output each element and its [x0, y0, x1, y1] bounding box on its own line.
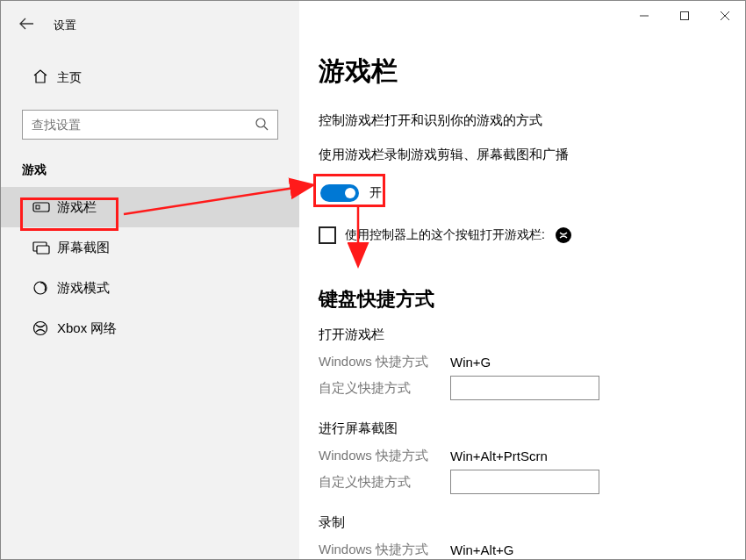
sidebar-item-xbox[interactable]: Xbox 网络: [1, 308, 299, 348]
home-label: 主页: [57, 70, 82, 86]
shortcut-win-label: Windows 快捷方式: [319, 448, 450, 464]
shortcut-custom-input[interactable]: [450, 376, 599, 400]
svg-point-7: [34, 322, 47, 335]
gamebar-icon: [32, 200, 57, 214]
sidebar-item-label: 游戏模式: [57, 280, 110, 297]
shortcut-win-label: Windows 快捷方式: [319, 354, 450, 370]
xbox-icon: [32, 320, 57, 336]
sidebar-item-gamemode[interactable]: 游戏模式: [1, 268, 299, 308]
svg-line-1: [264, 126, 268, 130]
search-icon: [246, 117, 277, 133]
sidebar-item-gamebar[interactable]: 游戏栏: [1, 187, 299, 227]
shortcut-custom-input[interactable]: [450, 470, 599, 494]
search-box[interactable]: [22, 110, 278, 140]
shortcut-custom-label: 自定义快捷方式: [319, 380, 450, 397]
svg-rect-3: [36, 205, 39, 209]
page-title: 游戏栏: [319, 54, 745, 90]
sidebar-item-label: 游戏栏: [57, 199, 97, 216]
svg-rect-9: [681, 12, 689, 20]
xbox-button-icon: [556, 227, 571, 243]
shortcut-win-value: Win+Alt+PrtScrn: [450, 449, 548, 463]
section-label: 游戏: [1, 148, 299, 187]
home-link[interactable]: 主页: [1, 59, 299, 97]
gamebar-toggle[interactable]: [320, 184, 359, 202]
minimize-button[interactable]: [624, 1, 664, 31]
maximize-button[interactable]: [664, 1, 705, 31]
toggle-label: 开: [369, 185, 382, 201]
window-controls: [624, 1, 745, 31]
search-input[interactable]: [23, 118, 246, 132]
sidebar-item-label: 屏幕截图: [57, 240, 110, 256]
shortcut-heading: 键盘快捷方式: [319, 286, 745, 312]
shortcut-win-value: Win+Alt+G: [450, 542, 514, 557]
shortcut-title: 进行屏幕截图: [319, 420, 745, 437]
svg-rect-5: [37, 246, 49, 254]
shortcut-title: 打开游戏栏: [319, 327, 745, 343]
shortcut-win-value: Win+G: [450, 355, 491, 370]
toggle-description: 使用游戏栏录制游戏剪辑、屏幕截图和广播: [319, 147, 745, 163]
sidebar-item-capture[interactable]: 屏幕截图: [1, 227, 299, 268]
capture-icon: [32, 241, 57, 255]
svg-point-0: [256, 118, 265, 127]
close-button[interactable]: [705, 1, 745, 31]
app-title: 设置: [54, 18, 76, 33]
shortcut-title: 录制: [319, 514, 745, 531]
content-pane: 游戏栏 控制游戏栏打开和识别你的游戏的方式 使用游戏栏录制游戏剪辑、屏幕截图和广…: [299, 1, 745, 559]
back-button[interactable]: [18, 18, 54, 33]
sidebar: 设置 主页 游戏 游戏栏 屏幕截图: [1, 1, 299, 559]
gamemode-icon: [32, 280, 57, 296]
controller-checkbox[interactable]: [319, 226, 336, 244]
shortcut-win-label: Windows 快捷方式: [319, 542, 450, 558]
shortcut-custom-label: 自定义快捷方式: [319, 474, 450, 491]
sidebar-item-label: Xbox 网络: [57, 320, 117, 337]
checkbox-label: 使用控制器上的这个按钮打开游戏栏:: [345, 227, 545, 243]
home-icon: [32, 68, 57, 88]
description-text: 控制游戏栏打开和识别你的游戏的方式: [319, 112, 745, 129]
svg-point-6: [34, 282, 47, 294]
